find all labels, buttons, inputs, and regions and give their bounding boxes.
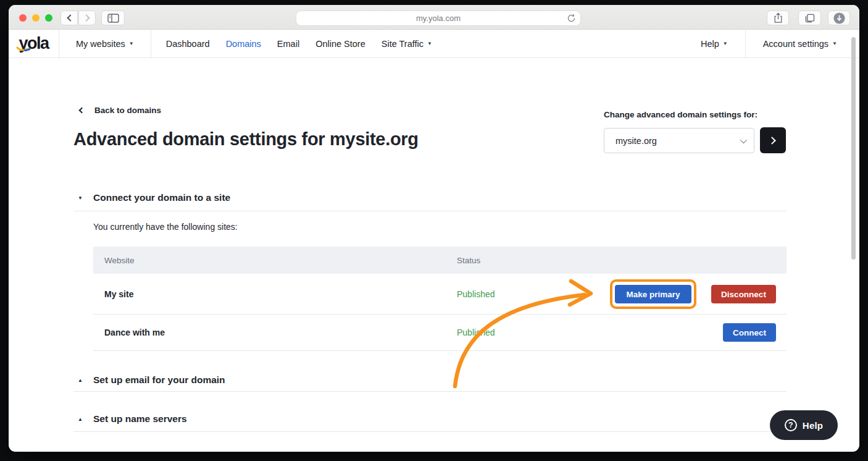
close-window-button[interactable] bbox=[19, 14, 27, 22]
section-title: Set up email for your domain bbox=[93, 374, 225, 386]
sites-table-header: Website Status bbox=[93, 247, 787, 274]
browser-back-button[interactable] bbox=[61, 11, 78, 25]
chevron-left-icon bbox=[79, 108, 85, 114]
section-email-header[interactable]: ▲ Set up email for your domain bbox=[78, 374, 225, 386]
sites-intro-text: You currently have the following sites: bbox=[93, 222, 238, 232]
status-badge: Published bbox=[457, 328, 495, 337]
domain-selector-label: Change advanced domain settings for: bbox=[604, 110, 757, 119]
section-title: Connect your domain to a site bbox=[93, 192, 230, 203]
column-header-status: Status bbox=[457, 256, 480, 265]
help-button-label: Help bbox=[803, 420, 823, 431]
disconnect-button[interactable]: Disconnect bbox=[711, 285, 776, 303]
account-settings-label: Account settings bbox=[763, 39, 828, 49]
my-websites-dropdown[interactable]: My websites ▼ bbox=[59, 30, 151, 57]
site-traffic-label: Site Traffic bbox=[382, 39, 424, 49]
question-mark-icon: ? bbox=[785, 419, 797, 431]
share-icon bbox=[774, 12, 783, 23]
nav-item-domains[interactable]: Domains bbox=[226, 39, 261, 49]
nav-item-online-store[interactable]: Online Store bbox=[315, 39, 365, 49]
download-icon bbox=[833, 12, 846, 25]
status-badge: Published bbox=[457, 289, 495, 299]
chevron-right-icon bbox=[83, 14, 90, 21]
section-name-servers-header[interactable]: ▲ Set up name servers bbox=[78, 413, 187, 425]
minimize-window-button[interactable] bbox=[32, 14, 40, 22]
sidebar-icon bbox=[107, 14, 119, 23]
my-websites-label: My websites bbox=[76, 39, 125, 49]
sidebar-toggle-button[interactable] bbox=[101, 11, 125, 25]
domain-select-value: mysite.org bbox=[616, 136, 657, 146]
chevron-down-icon: ▼ bbox=[129, 41, 134, 46]
nav-account-settings-dropdown[interactable]: Account settings ▼ bbox=[745, 30, 851, 57]
collapse-triangle-icon: ▲ bbox=[78, 417, 84, 422]
table-row: Dance with me Published Connect bbox=[93, 315, 787, 351]
browser-forward-button[interactable] bbox=[78, 11, 96, 25]
connect-button[interactable]: Connect bbox=[723, 323, 776, 342]
page-title: Advanced domain settings for mysite.org bbox=[73, 129, 419, 150]
nav-right: Help ▼ Account settings ▼ bbox=[683, 30, 859, 57]
window-controls bbox=[19, 14, 52, 22]
chevron-down-icon bbox=[740, 136, 747, 143]
site-name: My site bbox=[104, 289, 133, 299]
zoom-window-button[interactable] bbox=[45, 14, 52, 22]
divider bbox=[73, 431, 787, 432]
yola-logo[interactable]: yola bbox=[9, 30, 59, 57]
share-button[interactable] bbox=[767, 11, 789, 25]
column-header-website: Website bbox=[93, 256, 135, 265]
tabs-icon bbox=[804, 14, 815, 23]
chevron-down-icon: ▼ bbox=[427, 41, 432, 46]
domain-select-go-button[interactable] bbox=[760, 127, 786, 153]
logo-swoosh-icon bbox=[16, 46, 32, 53]
nav-help-dropdown[interactable]: Help ▼ bbox=[683, 30, 745, 57]
reload-icon bbox=[567, 14, 576, 23]
back-link-label: Back to domains bbox=[94, 106, 161, 115]
downloads-button[interactable] bbox=[828, 11, 850, 25]
divider bbox=[73, 211, 787, 211]
back-to-domains-link[interactable]: Back to domains bbox=[78, 106, 161, 115]
divider bbox=[73, 391, 787, 392]
browser-window: my.yola.com yola My websites ▼ bbox=[9, 5, 859, 452]
collapse-triangle-icon: ▲ bbox=[78, 378, 84, 383]
nav-item-email[interactable]: Email bbox=[277, 39, 299, 49]
app-navbar: yola My websites ▼ Dashboard Domains Ema… bbox=[9, 30, 859, 58]
chevron-left-icon bbox=[67, 14, 73, 21]
chevron-down-icon: ▼ bbox=[723, 41, 728, 46]
nav-items: Dashboard Domains Email Online Store Sit… bbox=[166, 30, 432, 57]
scrollbar-thumb[interactable] bbox=[851, 37, 856, 260]
make-primary-button[interactable]: Make primary bbox=[615, 285, 691, 303]
url-text: my.yola.com bbox=[416, 14, 461, 23]
nav-item-site-traffic[interactable]: Site Traffic ▼ bbox=[382, 39, 432, 49]
collapse-triangle-icon: ▼ bbox=[78, 195, 84, 201]
nav-item-dashboard[interactable]: Dashboard bbox=[166, 39, 210, 49]
section-title: Set up name servers bbox=[93, 413, 187, 425]
address-bar[interactable]: my.yola.com bbox=[296, 11, 580, 25]
domain-select[interactable]: mysite.org bbox=[604, 128, 754, 153]
tab-overview-button[interactable] bbox=[798, 11, 821, 25]
chevron-right-icon bbox=[768, 137, 776, 145]
section-connect-domain-header[interactable]: ▼ Connect your domain to a site bbox=[78, 192, 230, 203]
site-name: Dance with me bbox=[104, 328, 165, 337]
chevron-down-icon: ▼ bbox=[832, 41, 837, 46]
browser-toolbar: my.yola.com bbox=[9, 5, 859, 30]
table-row: My site Published Make primary Disconnec… bbox=[93, 274, 787, 315]
help-floating-button[interactable]: ? Help bbox=[770, 410, 838, 440]
help-label: Help bbox=[701, 39, 719, 49]
reload-button[interactable] bbox=[567, 14, 576, 25]
